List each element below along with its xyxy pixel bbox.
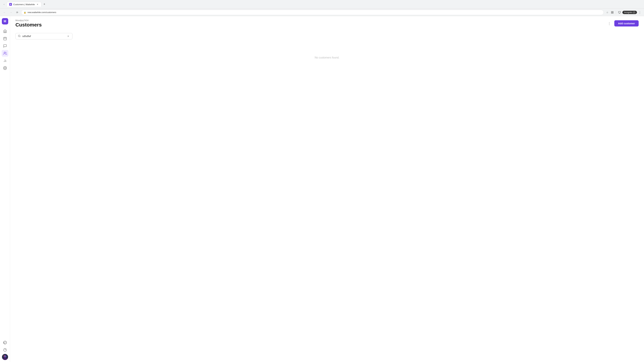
svg-rect-1 <box>613 11 614 12</box>
page-title: Customers <box>16 22 42 28</box>
url-text: new.waitwhile.com/customers <box>28 11 601 13</box>
address-bar[interactable]: 🔒 new.waitwhile.com/customers <box>21 10 604 15</box>
sidebar-item-messages[interactable] <box>2 42 8 49</box>
back-button[interactable]: ← <box>2 10 7 15</box>
svg-rect-5 <box>4 37 6 40</box>
search-clear-button[interactable]: ✕ <box>66 34 70 38</box>
svg-rect-2 <box>613 12 614 13</box>
browser-more-button[interactable]: ⋮ <box>638 10 642 14</box>
svg-point-13 <box>4 67 6 68</box>
svg-point-22 <box>18 35 20 37</box>
lock-icon: 🔒 <box>24 11 26 13</box>
add-customer-button[interactable]: Add customer <box>614 20 639 26</box>
reload-button[interactable]: ⟳ <box>15 10 20 15</box>
no-results-message: No customers found. <box>16 43 639 72</box>
org-name: Moodjoy7434 <box>16 19 42 22</box>
sidebar-item-quickactions[interactable] <box>2 339 8 346</box>
sidebar-logo[interactable]: M <box>2 18 8 24</box>
new-tab-button[interactable]: + <box>42 2 47 7</box>
sidebar-item-settings[interactable] <box>2 65 8 71</box>
search-input[interactable] <box>22 35 65 37</box>
extensions-button[interactable] <box>610 10 614 14</box>
page-header: Moodjoy7434 Customers ⋮ Add customer <box>16 16 639 30</box>
search-icon <box>18 35 21 38</box>
main-content: Moodjoy7434 Customers ⋮ Add customer ✕ <box>10 16 644 362</box>
svg-rect-0 <box>611 11 612 12</box>
tab-close-button[interactable]: ✕ <box>36 3 39 6</box>
svg-line-23 <box>20 36 20 37</box>
bookmark-button[interactable]: ☆ <box>605 10 610 14</box>
profile-button[interactable] <box>617 10 622 14</box>
tab-back-arrow[interactable]: ‹ <box>2 2 6 6</box>
search-container: ✕ <box>16 33 639 39</box>
svg-point-20 <box>4 356 4 357</box>
svg-point-9 <box>4 52 5 53</box>
tab-title: Customers | Waitwhile <box>13 3 35 6</box>
svg-rect-4 <box>618 11 621 13</box>
forward-button[interactable]: → <box>8 10 14 15</box>
sidebar-item-customers[interactable] <box>2 50 8 57</box>
user-avatar[interactable] <box>2 354 8 360</box>
svg-point-15 <box>3 349 6 352</box>
sidebar-item-analytics[interactable] <box>2 57 8 64</box>
svg-point-21 <box>6 356 6 357</box>
sidebar-item-calendar[interactable] <box>2 35 8 42</box>
tab-favicon: M <box>9 3 12 6</box>
sidebar-item-help[interactable] <box>2 347 8 353</box>
sidebar-item-home[interactable] <box>2 28 8 34</box>
incognito-button[interactable]: Incognito (2) <box>622 11 637 14</box>
active-tab[interactable]: M Customers | Waitwhile ✕ <box>7 2 42 7</box>
search-bar: ✕ <box>16 33 72 39</box>
more-options-button[interactable]: ⋮ <box>606 20 612 26</box>
svg-rect-3 <box>611 12 612 13</box>
header-actions: ⋮ Add customer <box>606 20 639 26</box>
divider <box>616 11 616 14</box>
sidebar: M <box>0 16 10 362</box>
